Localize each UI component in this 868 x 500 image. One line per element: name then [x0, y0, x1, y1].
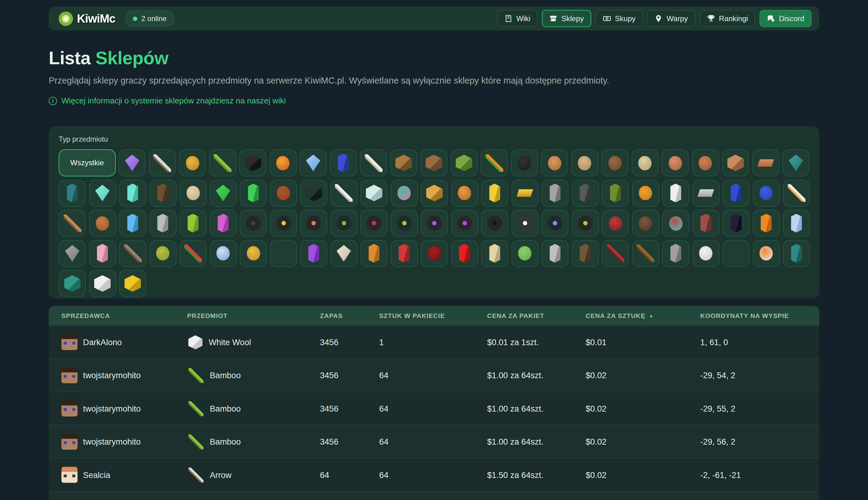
- filter-item-orange-wool[interactable]: [753, 209, 780, 237]
- coords-cell[interactable]: -29, 54, 2: [700, 359, 735, 392]
- filter-item-copper-ingot[interactable]: [752, 149, 779, 177]
- filter-item-sugar[interactable]: [692, 240, 720, 267]
- filter-item-golden-nugget[interactable]: [179, 149, 206, 177]
- filter-item-slime-ball[interactable]: [511, 240, 538, 267]
- filter-item-dark-log[interactable]: [571, 240, 599, 267]
- filter-item-coal[interactable]: [511, 149, 538, 177]
- filter-item-music-disc-far[interactable]: [360, 209, 388, 237]
- filter-item-saddle[interactable]: [270, 180, 297, 207]
- filter-item-stick[interactable]: [632, 240, 659, 267]
- filter-item-moss-block[interactable]: [602, 180, 629, 207]
- filter-item-emerald[interactable]: [210, 180, 237, 207]
- filter-item-nether-wart[interactable]: [602, 209, 629, 237]
- table-row[interactable]: twojstarymohitoBamboo345664$1.00 za 64sz…: [49, 392, 819, 425]
- filter-item-diamond-block[interactable]: [119, 180, 146, 207]
- filter-item-pink-wool[interactable]: [89, 240, 116, 267]
- filter-item-netherite-scrap[interactable]: [632, 209, 659, 237]
- nav-item-discord[interactable]: Discord: [759, 10, 811, 27]
- filter-all-button[interactable]: Wszystkie: [59, 149, 116, 177]
- filter-item-netherrack[interactable]: [692, 209, 720, 237]
- filter-item-egg[interactable]: [179, 180, 207, 207]
- filter-item-coal-block[interactable]: [239, 149, 266, 177]
- filter-item-honeycomb[interactable]: [632, 180, 659, 207]
- column-header-0[interactable]: SPRZEDAWCA: [62, 306, 110, 326]
- filter-item-lead[interactable]: [59, 209, 86, 237]
- table-row[interactable]: SealciaArrow6464$1.50 za 64szt.$0.02-2, …: [49, 458, 819, 491]
- filter-item-sandstone[interactable]: [481, 240, 509, 267]
- filter-item-music-disc-wait[interactable]: [571, 209, 599, 237]
- filter-item-andesite[interactable]: [59, 240, 86, 267]
- filter-item-cooked-porkchop[interactable]: [601, 149, 628, 177]
- table-row[interactable]: twojstarymohitoBamboo345664$1.00 za 64sz…: [49, 425, 819, 458]
- coords-cell[interactable]: 1, 61, 0: [700, 326, 728, 359]
- filter-item-music-disc-chirp[interactable]: [330, 209, 357, 237]
- filter-item-yellow-wool[interactable]: [119, 270, 146, 297]
- filter-item-dirt[interactable]: [420, 149, 447, 177]
- filter-item-music-disc-mellohi[interactable]: [421, 209, 448, 237]
- filter-item-blue-ice[interactable]: [300, 149, 327, 177]
- filter-item-water-bottle[interactable]: [210, 240, 237, 267]
- filter-item-bone[interactable]: [360, 149, 387, 177]
- filter-item-lime-wool[interactable]: [179, 209, 207, 237]
- filter-item-gravel[interactable]: [542, 180, 569, 207]
- filter-item-music-disc-13[interactable]: [240, 209, 267, 237]
- filter-item-torch[interactable]: [783, 180, 810, 207]
- filter-item-cooked-cod[interactable]: [571, 149, 599, 177]
- filter-item-rabbit-hide[interactable]: [89, 209, 116, 237]
- filter-item-bamboo[interactable]: [209, 149, 236, 177]
- filter-item-red-sand[interactable]: [360, 240, 388, 267]
- nav-item-skupy[interactable]: Skupy: [596, 10, 643, 27]
- filter-item-music-disc-ward[interactable]: [511, 209, 538, 237]
- filter-item-cooked-salmon[interactable]: [692, 149, 719, 177]
- filter-item-stone-slab[interactable]: [542, 240, 569, 267]
- filter-item-quartz[interactable]: [330, 240, 357, 267]
- filter-item-cooked-chicken[interactable]: [541, 149, 568, 177]
- filter-item-cooked-rabbit[interactable]: [632, 149, 659, 177]
- filter-item-arrow[interactable]: [149, 149, 176, 177]
- column-header-1[interactable]: PRZEDMIOT: [187, 306, 227, 326]
- filter-item-poppy[interactable]: [179, 240, 207, 267]
- filter-item-warped-block[interactable]: [783, 240, 810, 267]
- filter-item-glow-berries[interactable]: [390, 180, 418, 207]
- filter-item-amethyst-shard[interactable]: [119, 149, 146, 177]
- filter-item-cactus-block[interactable]: [450, 149, 478, 177]
- filter-item-dark-prismarine[interactable]: [59, 180, 86, 207]
- filter-item-iron-block[interactable]: [662, 180, 689, 207]
- filter-item-lapis-block[interactable]: [723, 180, 750, 207]
- filter-item-empty-slot-2[interactable]: [723, 240, 750, 267]
- filter-item-warped-wart-block[interactable]: [59, 270, 86, 297]
- filter-item-light-blue-wool[interactable]: [119, 209, 146, 237]
- filter-item-glass[interactable]: [360, 180, 388, 207]
- filter-item-feather[interactable]: [330, 180, 357, 207]
- filter-item-carrot[interactable]: [480, 149, 508, 177]
- column-header-4[interactable]: CENA ZA PAKIET: [487, 306, 544, 326]
- filter-item-pufferfish[interactable]: [240, 240, 267, 267]
- table-row[interactable]: twojstarymohitoBamboo345664$1.00 za 64sz…: [49, 358, 819, 391]
- filter-item-dark-oak-log[interactable]: [149, 180, 176, 207]
- filter-item-copper-block[interactable]: [722, 149, 749, 177]
- filter-item-obsidian[interactable]: [723, 209, 750, 237]
- filter-item-music-disc-stal[interactable]: [451, 209, 478, 237]
- filter-item-music-disc-11[interactable]: [542, 209, 569, 237]
- filter-item-music-disc-mall[interactable]: [390, 209, 418, 237]
- filter-item-white-wool[interactable]: [89, 270, 116, 297]
- filter-item-pointed-dripstone[interactable]: [119, 240, 146, 267]
- coords-cell[interactable]: -29, 56, 2: [700, 425, 735, 458]
- filter-item-sea-pickle[interactable]: [149, 240, 176, 267]
- filter-item-diamond[interactable]: [89, 180, 116, 207]
- filter-item-gold-ingot[interactable]: [511, 180, 538, 207]
- table-row[interactable]: [49, 491, 819, 500]
- nav-item-warpy[interactable]: Warpy: [647, 10, 695, 27]
- filter-item-stone[interactable]: [662, 240, 689, 267]
- column-header-2[interactable]: ZAPAS: [320, 306, 343, 326]
- nav-item-sklepy[interactable]: Sklepy: [542, 10, 591, 27]
- filter-item-glowstone-dust[interactable]: [451, 180, 478, 207]
- wiki-info-link[interactable]: i Więcej informacji o systemie sklepów z…: [49, 96, 286, 105]
- filter-item-cooked-mutton[interactable]: [661, 149, 689, 177]
- nav-item-wiki[interactable]: Wiki: [497, 10, 537, 27]
- filter-item-music-disc-strad[interactable]: [481, 209, 509, 237]
- filter-item-packed-ice[interactable]: [783, 209, 810, 237]
- filter-item-ender-chest[interactable]: [300, 180, 327, 207]
- column-header-3[interactable]: SZTUK W PAKIECIE: [379, 306, 445, 326]
- filter-item-music-disc-cat[interactable]: [270, 209, 297, 237]
